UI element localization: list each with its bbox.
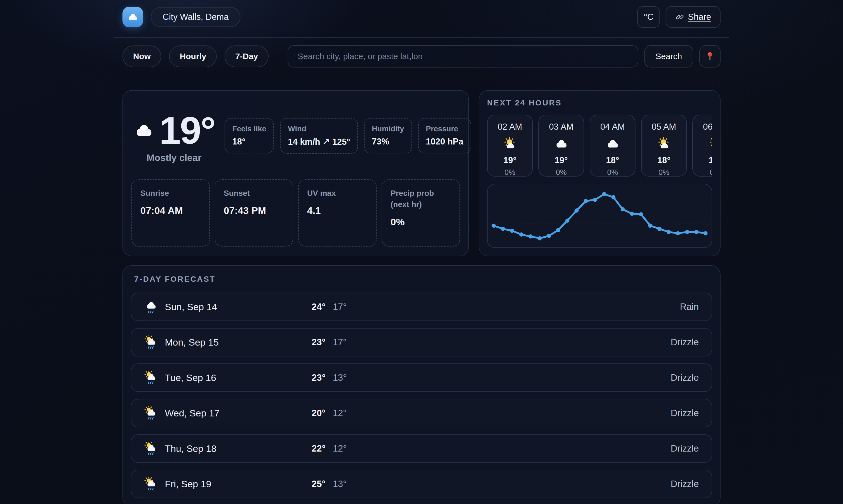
- stat-label: Humidity: [372, 125, 404, 133]
- detail-sunrise: Sunrise 07:04 AM: [131, 179, 210, 247]
- stat-label: Wind: [288, 125, 350, 133]
- current-weather-cloud-icon: [133, 120, 154, 141]
- day-condition: Drizzle: [670, 372, 699, 383]
- current-conditions-card: 19° Mostly clear Feels like 18° Wind 14 …: [123, 90, 469, 256]
- unit-label: °C: [644, 12, 653, 22]
- hour-precip: 0%: [710, 168, 712, 177]
- temp-line-chart-svg: [488, 184, 712, 247]
- hourly-temp-chart: [487, 184, 712, 248]
- hour-card-03am: 03 AM 19° 0%: [538, 115, 584, 177]
- sun-behind-rain-cloud-icon: [144, 336, 158, 349]
- share-label: Share: [688, 12, 711, 22]
- hourly-strip[interactable]: 02 AM 19° 0% 03 AM 19° 0% 04 AM 1: [487, 115, 712, 177]
- day-list: Sun, Sep 14 24° 17° Rain Mon, Sep 15 23°…: [131, 292, 712, 498]
- tab-hourly-label: Hourly: [180, 52, 206, 61]
- hour-temp: 18°: [606, 155, 619, 165]
- stat-humidity: Humidity 73%: [364, 118, 412, 154]
- day-condition: Drizzle: [670, 479, 699, 489]
- day-low-temp: 17°: [333, 302, 347, 312]
- unit-toggle-button[interactable]: °C: [637, 6, 660, 28]
- day-condition: Rain: [680, 302, 699, 312]
- day-date: Tue, Sep 16: [165, 372, 216, 383]
- day-row-wed: Wed, Sep 17 20° 12° Drizzle: [131, 399, 712, 427]
- day-row-thu: Thu, Sep 18 22° 12° Drizzle: [131, 434, 712, 463]
- search-input[interactable]: [288, 45, 638, 68]
- day-high-temp: 25°: [311, 479, 325, 489]
- detail-label: Sunrise: [140, 188, 201, 199]
- day-date: Wed, Sep 17: [165, 408, 219, 419]
- sun-behind-rain-cloud-icon: [144, 407, 158, 420]
- detail-value: 07:43 PM: [224, 205, 284, 216]
- detail-label: Precip prob (next hr): [391, 188, 451, 210]
- sun-behind-small-cloud-icon: [503, 137, 517, 151]
- day-condition: Drizzle: [670, 408, 699, 418]
- detail-value: 0%: [391, 216, 451, 228]
- hour-temp: 18°: [658, 155, 670, 165]
- day-row-fri: Fri, Sep 19 25° 13° Drizzle: [131, 470, 712, 498]
- detail-sunset: Sunset 07:43 PM: [215, 179, 293, 247]
- hour-card-02am: 02 AM 19° 0%: [487, 115, 533, 177]
- location-pill[interactable]: City Walls, Dema: [151, 7, 240, 27]
- detail-precip-prob: Precip prob (next hr) 0%: [382, 179, 460, 247]
- cloud-icon: [127, 11, 139, 23]
- cloud-with-rain-icon: [144, 300, 158, 313]
- stat-feels-like: Feels like 18°: [225, 118, 274, 154]
- day-high-temp: 22°: [311, 443, 325, 454]
- hour-card-06am-clipped: 06 AM 18° 0%: [692, 115, 712, 177]
- day-high-temp: 20°: [311, 408, 325, 418]
- day-condition: Drizzle: [670, 443, 699, 454]
- cloud-icon: [554, 137, 569, 151]
- stat-value: 73%: [372, 137, 404, 147]
- day-low-temp: 12°: [333, 443, 347, 454]
- sun-behind-rain-cloud-icon: [144, 371, 158, 384]
- tab-hourly[interactable]: Hourly: [169, 46, 217, 67]
- cloud-icon: [605, 137, 620, 151]
- sun-behind-rain-cloud-icon: [144, 477, 158, 491]
- hour-time: 04 AM: [600, 122, 625, 132]
- round-pushpin-icon: [704, 51, 716, 62]
- day-date: Thu, Sep 18: [165, 443, 216, 454]
- day-high-temp: 23°: [311, 337, 325, 347]
- stat-pressure: Pressure 1020 hPa: [418, 118, 471, 154]
- tab-7day-label: 7-Day: [235, 52, 258, 61]
- hour-precip: 0%: [556, 168, 567, 177]
- day-condition: Drizzle: [670, 337, 699, 347]
- tab-now-label: Now: [133, 52, 151, 61]
- day-low-temp: 12°: [333, 408, 347, 418]
- hour-temp: 19°: [503, 155, 517, 165]
- day-date: Mon, Sep 15: [165, 337, 219, 348]
- stat-wind: Wind 14 km/h ↗ 125°: [280, 118, 358, 154]
- day-high-temp: 24°: [311, 302, 325, 312]
- day-low-temp: 13°: [333, 372, 347, 383]
- detail-value: 07:04 AM: [140, 205, 201, 216]
- detail-label: Sunset: [224, 188, 284, 199]
- stat-label: Feels like: [232, 125, 266, 133]
- detail-label: UV max: [307, 188, 367, 199]
- current-temperature: 19°: [159, 110, 215, 150]
- tab-7day[interactable]: 7-Day: [225, 46, 269, 67]
- day-row-sun: Sun, Sep 14 24° 17° Rain: [131, 292, 712, 321]
- hour-time: 05 AM: [652, 122, 676, 132]
- app-logo: [123, 7, 143, 27]
- sun-behind-small-cloud-icon: [708, 137, 712, 151]
- locate-button[interactable]: [699, 45, 720, 68]
- hour-precip: 0%: [607, 168, 618, 177]
- day-row-mon: Mon, Sep 15 23° 17° Drizzle: [131, 328, 712, 357]
- sun-behind-rain-cloud-icon: [144, 442, 158, 455]
- day-high-temp: 23°: [311, 372, 325, 383]
- day-row-tue: Tue, Sep 16 23° 13° Drizzle: [131, 363, 712, 392]
- seven-day-forecast-title: 7-DAY FORECAST: [134, 275, 712, 284]
- day-date: Fri, Sep 19: [165, 479, 211, 489]
- hour-temp: 18°: [709, 155, 712, 165]
- search-button-label: Search: [656, 52, 682, 61]
- link-icon: [675, 12, 684, 22]
- header: City Walls, Dema °C Share: [114, 0, 729, 38]
- hour-card-04am: 04 AM 18° 0%: [590, 115, 635, 177]
- nav-bar: Now Hourly 7-Day Search: [114, 38, 729, 80]
- search-button[interactable]: Search: [644, 45, 693, 68]
- hour-temp: 19°: [555, 155, 568, 165]
- next-24-hours-title: NEXT 24 HOURS: [487, 98, 712, 107]
- sun-behind-small-cloud-icon: [657, 137, 671, 151]
- tab-now[interactable]: Now: [123, 46, 161, 67]
- share-button[interactable]: Share: [666, 6, 720, 28]
